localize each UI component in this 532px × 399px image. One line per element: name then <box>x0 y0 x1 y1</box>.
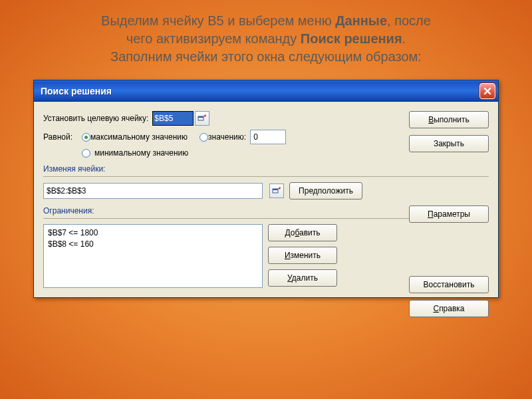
solver-dialog: Поиск решения Выполнить Закрыть Параметр… <box>33 80 499 298</box>
list-item[interactable]: $B$7 <= 1800 <box>48 227 258 239</box>
close-icon[interactable] <box>479 83 495 99</box>
radio-max-label[interactable]: максимальному значению <box>90 132 188 142</box>
edit-button[interactable]: Изменить <box>268 247 337 264</box>
target-cell-label: Установить целевую ячейку: <box>43 114 148 123</box>
help-button[interactable]: Справка <box>409 300 489 317</box>
changing-cells-input[interactable] <box>43 183 263 199</box>
radio-value[interactable] <box>200 133 208 142</box>
svg-rect-3 <box>273 189 278 190</box>
restore-button[interactable]: Восстановить <box>409 276 489 293</box>
changing-ref-icon[interactable] <box>269 184 284 198</box>
radio-min-label[interactable]: минимальному значению <box>94 148 188 158</box>
dialog-title: Поиск решения <box>41 86 479 96</box>
equal-label: Равной: <box>43 132 78 142</box>
target-cell-input[interactable] <box>152 111 194 126</box>
add-button[interactable]: Добавить <box>268 224 337 241</box>
radio-max[interactable] <box>82 133 90 142</box>
value-input[interactable] <box>250 130 286 144</box>
radio-min[interactable] <box>82 149 90 158</box>
list-item[interactable]: $B$8 <= 160 <box>48 239 258 250</box>
close-button[interactable]: Закрыть <box>409 135 489 152</box>
constraints-list[interactable]: $B$7 <= 1800 $B$8 <= 160 <box>43 224 263 288</box>
instruction-text: Выделим ячейку B5 и выберем меню Данные,… <box>0 0 532 75</box>
svg-rect-1 <box>198 116 203 118</box>
guess-button[interactable]: Предположить <box>289 182 362 200</box>
params-button[interactable]: Параметры <box>409 205 489 223</box>
run-button[interactable]: Выполнить <box>409 111 489 128</box>
radio-value-label[interactable]: значению: <box>208 132 246 142</box>
delete-button[interactable]: Удалить <box>268 269 337 287</box>
target-ref-icon[interactable] <box>195 111 209 126</box>
titlebar[interactable]: Поиск решения <box>34 80 498 102</box>
